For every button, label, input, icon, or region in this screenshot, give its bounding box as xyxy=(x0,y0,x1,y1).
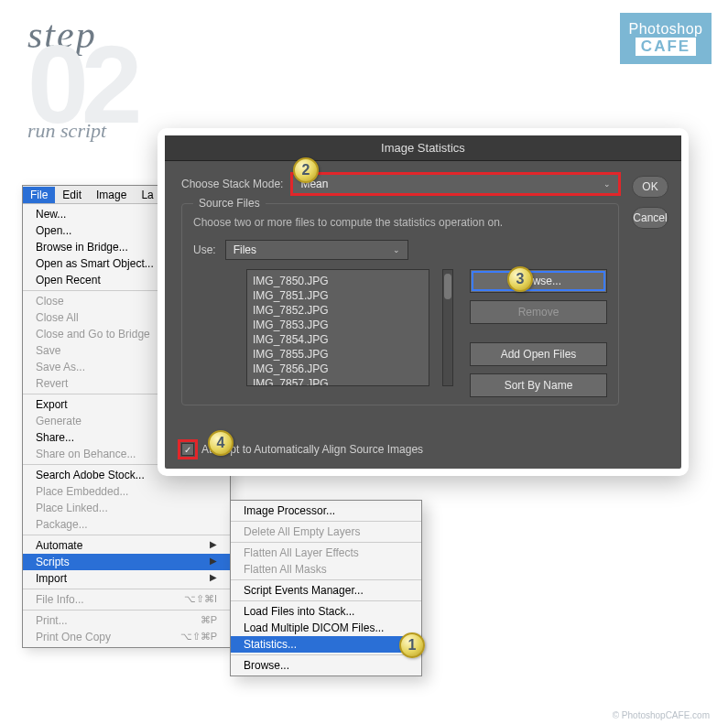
menu-item: Place Embedded... xyxy=(23,483,230,500)
image-statistics-dialog: Image Statistics Choose Stack Mode: Mean… xyxy=(158,128,689,476)
scripts-submenu: Image Processor...Delete All Empty Layer… xyxy=(230,500,422,676)
step-number: 02 xyxy=(27,40,135,128)
dialog-title: Image Statistics xyxy=(165,135,681,161)
step-header: step 02 run script xyxy=(27,13,135,143)
ok-button[interactable]: OK xyxy=(632,176,668,198)
menu-item: Package... xyxy=(23,516,230,533)
menu-item[interactable]: Automate▶ xyxy=(23,537,230,554)
add-open-files-button[interactable]: Add Open Files xyxy=(470,342,607,366)
tab-image[interactable]: Image xyxy=(89,187,134,203)
browse-button[interactable]: Browse... xyxy=(470,269,607,293)
stack-mode-label: Choose Stack Mode: xyxy=(181,178,283,190)
auto-align-label: Attempt to Automatically Align Source Im… xyxy=(201,443,423,456)
menu-item: Flatten All Masks xyxy=(231,561,421,578)
menu-item[interactable]: Scripts▶ xyxy=(23,554,230,570)
file-item[interactable]: IMG_7852.JPG xyxy=(253,303,423,318)
menu-item[interactable]: Image Processor... xyxy=(231,502,421,519)
menu-item[interactable]: Load Multiple DICOM Files... xyxy=(231,620,421,636)
file-item[interactable]: IMG_7857.JPG xyxy=(253,376,423,386)
badge-2: 2 xyxy=(293,157,319,183)
menu-item[interactable]: Statistics... xyxy=(231,636,421,653)
hint-text: Choose two or more files to compute the … xyxy=(193,215,607,231)
remove-button[interactable]: Remove xyxy=(470,300,607,324)
source-files-group: Source Files Choose two or more files to… xyxy=(181,203,619,405)
badge-1: 1 xyxy=(399,632,425,658)
menu-item: Place Linked... xyxy=(23,500,230,516)
menu-item: Delete All Empty Layers xyxy=(231,524,421,540)
use-dropdown[interactable]: Files ⌄ xyxy=(225,240,408,260)
file-item[interactable]: IMG_7856.JPG xyxy=(253,362,423,376)
file-item[interactable]: IMG_7853.JPG xyxy=(253,318,423,332)
brand-logo: Photoshop CAFE xyxy=(620,13,712,64)
file-item[interactable]: IMG_7850.JPG xyxy=(253,274,423,288)
menu-item: Flatten All Layer Effects xyxy=(231,545,421,561)
menu-item: File Info...⌥⇧⌘I xyxy=(23,591,230,608)
stack-mode-dropdown[interactable]: Mean ⌄ xyxy=(292,174,619,194)
menu-item: Print...⌘P xyxy=(23,612,230,629)
chevron-down-icon: ⌄ xyxy=(603,179,611,189)
scrollbar[interactable] xyxy=(442,269,453,386)
badge-3: 3 xyxy=(507,266,533,292)
sort-by-name-button[interactable]: Sort By Name xyxy=(470,373,607,397)
footer-credit: © PhotoshopCAFE.com xyxy=(613,710,710,720)
file-item[interactable]: IMG_7854.JPG xyxy=(253,332,423,347)
tab-file[interactable]: File xyxy=(23,187,55,203)
logo-top: Photoshop xyxy=(628,21,702,38)
menu-item[interactable]: Load Files into Stack... xyxy=(231,603,421,620)
use-label: Use: xyxy=(193,243,216,256)
group-title: Source Files xyxy=(193,197,266,210)
chevron-down-icon: ⌄ xyxy=(393,245,400,254)
logo-bottom: CAFE xyxy=(636,38,696,56)
use-value: Files xyxy=(234,243,256,256)
menu-item: Print One Copy⌥⇧⌘P xyxy=(23,629,230,645)
badge-4: 4 xyxy=(208,430,234,456)
menu-item[interactable]: Browse... xyxy=(231,657,421,674)
file-list[interactable]: IMG_7850.JPGIMG_7851.JPGIMG_7852.JPGIMG_… xyxy=(246,269,429,386)
file-item[interactable]: IMG_7851.JPG xyxy=(253,288,423,303)
cancel-button[interactable]: Cancel xyxy=(632,207,668,229)
tab-edit[interactable]: Edit xyxy=(55,187,89,203)
auto-align-checkbox[interactable]: ✓ xyxy=(181,443,194,456)
file-item[interactable]: IMG_7855.JPG xyxy=(253,347,423,362)
menu-item[interactable]: Import▶ xyxy=(23,570,230,587)
menu-item[interactable]: Script Events Manager... xyxy=(231,582,421,599)
